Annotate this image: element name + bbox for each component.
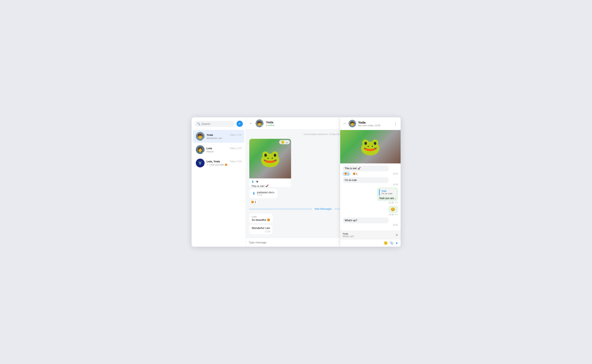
add-chat-button[interactable]: + xyxy=(236,121,243,127)
panel-bubble-4: 😊 xyxy=(389,206,398,213)
search-icon: 🔍 xyxy=(197,122,200,125)
chat-name-leia: Leia xyxy=(207,147,212,150)
download-icon[interactable]: ⬇ xyxy=(251,180,254,184)
chat-name-group: Leia, Yoda xyxy=(207,160,220,163)
chat-item-leia-yoda[interactable]: V Leia, Yoda Today, 17:20 ✓ Love you bot… xyxy=(193,156,244,169)
chat-item-leia[interactable]: 👩 Leia Today, 17:23 Heyou! xyxy=(193,143,244,156)
reply-bar-text: What's up? xyxy=(343,235,354,238)
file-reactions: 🤩1 xyxy=(249,200,277,204)
panel-bubble-1: This is me! 🚀 xyxy=(343,166,389,171)
reply-bar-sender: Yoda xyxy=(343,233,354,235)
luke-text: So beautiful 🤩 xyxy=(252,218,270,221)
wonderful-text: Wonderful I am xyxy=(252,227,270,230)
chat-time-yoda: Today, 17:24 xyxy=(230,134,242,136)
panel-bubble-5: What's up? xyxy=(343,217,389,223)
wonderful-time: 17:24 xyxy=(252,230,270,233)
chat-info-leia: Leia Today, 17:23 Heyou! xyxy=(207,147,242,153)
side-panel-info: Yoda last seen today, 15:05 xyxy=(358,121,381,127)
panel-time-2: 14:35 xyxy=(343,183,398,186)
panel-bubble-2: I'm so cute xyxy=(343,177,389,183)
chat-name-yoda: Yoda xyxy=(207,133,213,136)
panel-react-angry[interactable]: 😡1 xyxy=(351,172,359,176)
chat-preview-leia: Heyou! xyxy=(207,150,242,153)
panel-time-4: 14:36 xyxy=(389,214,394,216)
reply-quote: Yoda I'm so cute xyxy=(379,189,396,196)
view-icon[interactable]: 👁 xyxy=(256,180,259,183)
file-icon: ⬇ xyxy=(252,191,255,196)
sidebar-header: 🔍 + xyxy=(192,117,246,130)
panel-time-5: 15:05 xyxy=(343,224,398,226)
reaction-badge-file[interactable]: 🤩1 xyxy=(249,200,258,204)
file-message: ⬇ padawan.docx 17:22 xyxy=(249,189,277,198)
image-placeholder: 🐸 🙂 ⌄ xyxy=(249,139,291,178)
back-button[interactable]: ← xyxy=(249,121,253,126)
panel-messages: This is me! 🚀 😍1 😡1 14:34 xyxy=(340,163,401,231)
status-dot-yoda xyxy=(202,139,204,140)
panel-time-row-4: 14:36 ✓✓ xyxy=(389,213,398,216)
panel-text-4: 😊 xyxy=(390,207,395,211)
panel-time-3: 14:36 xyxy=(389,202,394,204)
side-panel-back-button[interactable]: ← xyxy=(343,122,346,125)
panel-text-2: I'm so cute xyxy=(345,179,357,182)
image-message: 🐸 🙂 ⌄ ⬇ 👁 This is me! 🚀 17:22 xyxy=(249,139,291,187)
panel-text-3: Yeah you are... xyxy=(379,197,396,200)
panel-msg-5: What's up? 15:05 xyxy=(343,217,398,226)
file-time: 17:22 xyxy=(257,194,275,196)
divider-label: New Messages xyxy=(315,208,332,210)
app-container: 🔍 + 🧒 Yoda Today, 17:24 Wonderful I am xyxy=(192,117,401,247)
reply-bar-content: Yoda What's up? xyxy=(343,233,354,238)
file-name: padawan.docx xyxy=(257,191,275,194)
search-box[interactable]: 🔍 xyxy=(195,121,235,127)
reply-bar: Yoda What's up? ✕ xyxy=(340,231,401,239)
side-panel-name: Yoda xyxy=(358,121,381,124)
sidebar: 🔍 + 🧒 Yoda Today, 17:24 Wonderful I am xyxy=(192,117,246,247)
avatar-group: V xyxy=(196,159,205,167)
panel-emoji-button[interactable]: 🙂 xyxy=(384,241,388,245)
double-check-3: ✓✓ xyxy=(395,202,398,204)
image-caption: This is me! 🚀 xyxy=(251,184,289,187)
chat-preview-group: ✓ Love you both 🤩 xyxy=(207,163,242,166)
divider-line-left xyxy=(249,209,312,209)
panel-send-button[interactable]: ➤ xyxy=(395,241,398,245)
panel-reactions-1: 😍1 😡1 xyxy=(343,172,359,176)
panel-bubble-3: Yoda I'm so cute Yeah you are... xyxy=(377,188,398,201)
yoda-image: 🐸 xyxy=(260,149,281,169)
reply-quote-text: I'm so cute xyxy=(381,192,394,195)
chat-list: 🧒 Yoda Today, 17:24 Wonderful I am 👩 xyxy=(192,130,246,247)
more-options-button[interactable]: ⋮ xyxy=(393,121,398,126)
side-panel-status: last seen today, 15:05 xyxy=(358,124,381,127)
dropdown-hover-icon[interactable]: ⌄ xyxy=(286,140,288,144)
panel-msg-2: I'm so cute 14:35 xyxy=(343,177,398,186)
file-message-wrapper: ⬇ padawan.docx 17:22 🤩1 xyxy=(249,189,277,204)
panel-msg-3-wrapper: Yoda I'm so cute Yeah you are... 14:36 ✓… xyxy=(377,188,398,204)
panel-react-love[interactable]: 😍1 xyxy=(343,172,350,176)
chat-item-yoda[interactable]: 🧒 Yoda Today, 17:24 Wonderful I am xyxy=(193,130,244,143)
avatar-leia: 👩 xyxy=(196,145,205,154)
chat-time-leia: Today, 17:23 xyxy=(230,147,242,150)
panel-msg-1: This is me! 🚀 😍1 😡1 14:34 xyxy=(343,166,398,176)
chat-info-group: Leia, Yoda Today, 17:20 ✓ Love you both … xyxy=(207,160,242,166)
header-avatar: 🧒 xyxy=(256,119,263,127)
wonderful-message: Wonderful I am 17:24 xyxy=(249,225,273,234)
header-status-dot xyxy=(262,125,263,127)
status-dot-leia xyxy=(202,152,204,154)
panel-time-1: 14:34 xyxy=(393,173,398,175)
panel-text-5: What's up? xyxy=(345,219,357,222)
panel-attach-button[interactable]: 📎 xyxy=(390,241,394,245)
panel-yoda-image: 🐸 xyxy=(360,137,381,156)
side-panel: ← 🧒 Yoda last seen today, 15:05 ⋮ 🐸 This… xyxy=(340,117,401,247)
double-check-4: ✓✓ xyxy=(395,213,398,216)
luke-message: Luke So beautiful 🤩 xyxy=(249,214,273,223)
close-reply-button[interactable]: ✕ xyxy=(395,233,398,237)
panel-msg-4-wrapper: 😊 14:36 ✓✓ xyxy=(389,206,398,216)
emoji-hover-icon[interactable]: 🙂 xyxy=(281,140,284,144)
panel-time-row-3: 14:36 ✓✓ xyxy=(377,201,398,204)
search-input[interactable] xyxy=(202,122,232,125)
check-icon-group: ✓ xyxy=(207,163,209,166)
side-panel-header: ← 🧒 Yoda last seen today, 15:05 ⋮ xyxy=(340,117,401,130)
panel-message-input[interactable] xyxy=(343,242,382,245)
panel-text-1: This is me! 🚀 xyxy=(345,167,361,170)
side-panel-avatar: 🧒 xyxy=(349,120,356,127)
panel-contact-image: 🐸 xyxy=(340,130,401,163)
panel-input-row: 🙂 📎 ➤ xyxy=(340,239,401,247)
